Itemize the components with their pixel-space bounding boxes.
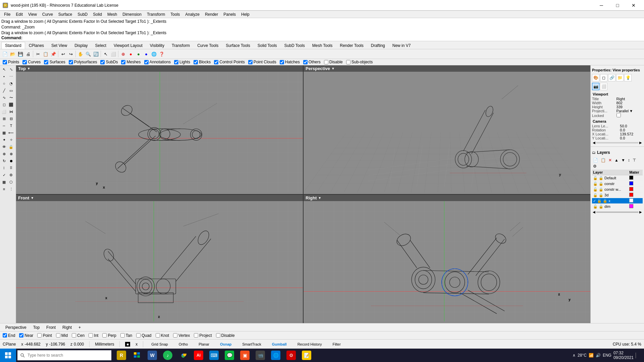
search-input[interactable] bbox=[28, 353, 95, 358]
menu-item-file[interactable]: File bbox=[1, 11, 13, 17]
smarttrack-btn[interactable]: SmartTrack bbox=[239, 342, 264, 347]
lt-arc[interactable]: ◔ bbox=[8, 80, 14, 87]
filter-check-meshes[interactable] bbox=[121, 60, 125, 64]
toolbar-tab-select[interactable]: Select bbox=[92, 42, 110, 49]
lt-analyze[interactable]: ⊟ bbox=[8, 115, 14, 122]
tb-pan[interactable]: ✋ bbox=[77, 50, 84, 58]
viewport-perspective[interactable]: Perspective ▼ bbox=[304, 65, 590, 194]
toolbar-tab-set-view[interactable]: Set View bbox=[48, 42, 71, 49]
osnap-perp-check[interactable] bbox=[102, 333, 107, 338]
lt-text[interactable]: T bbox=[8, 122, 14, 129]
vp-perspective-header[interactable]: Perspective ▼ bbox=[304, 65, 590, 72]
tb-color3[interactable]: ● bbox=[143, 50, 150, 58]
filter-sub-objects[interactable]: Sub-objects bbox=[346, 60, 373, 64]
tb-zoom[interactable]: 🔍 bbox=[85, 50, 92, 58]
locked-checkbox[interactable] bbox=[616, 113, 621, 117]
props-icon-light[interactable]: 💡 bbox=[624, 74, 632, 81]
tb-snap[interactable]: ⊕ bbox=[119, 50, 127, 58]
taskbar-app-app1[interactable]: ⚙ bbox=[284, 349, 299, 362]
taskbar-app-explorer[interactable] bbox=[129, 349, 144, 362]
tb-window[interactable]: ⬜ bbox=[110, 50, 117, 58]
filter-check-curves[interactable] bbox=[22, 60, 27, 64]
vp-tab-right[interactable]: Right bbox=[60, 324, 74, 330]
props-icon-display[interactable]: ◻ bbox=[600, 74, 607, 81]
osnap-project[interactable]: Project bbox=[194, 333, 212, 338]
osnap-knot[interactable]: Knot bbox=[156, 333, 169, 338]
osnap-perp[interactable]: Perp bbox=[102, 333, 116, 338]
taskbar-app-adobe[interactable]: Ai bbox=[191, 349, 206, 362]
tb-print[interactable]: 🖨 bbox=[24, 50, 32, 58]
layer-row-default[interactable]: 🔓 🔒 Default bbox=[592, 175, 643, 181]
layer-scroll-right[interactable]: ▶ bbox=[639, 210, 642, 214]
filter-points[interactable]: Points bbox=[3, 60, 19, 64]
maximize-button[interactable]: □ bbox=[610, 0, 625, 10]
tb-cut[interactable]: ✂ bbox=[34, 50, 42, 58]
filter-point clouds[interactable]: Point Clouds bbox=[248, 60, 276, 64]
lt-leader[interactable]: ⟵ bbox=[8, 129, 14, 136]
layer-down-btn[interactable]: ▼ bbox=[620, 158, 626, 163]
taskbar-app-wechat[interactable]: 💬 bbox=[222, 349, 237, 362]
props-icon-folder[interactable]: 📁 bbox=[616, 74, 624, 81]
tb-save[interactable]: 💾 bbox=[17, 50, 24, 58]
taskbar-search[interactable] bbox=[17, 350, 111, 360]
filter-check-subds[interactable] bbox=[100, 60, 105, 64]
menu-item-transform[interactable]: Transform bbox=[144, 11, 168, 17]
lt-snap2[interactable]: ✧ bbox=[8, 136, 14, 143]
tb-open[interactable]: 📂 bbox=[9, 50, 16, 58]
recordhistory-btn[interactable]: Record History bbox=[295, 342, 325, 347]
osnap-knot-check[interactable] bbox=[156, 333, 160, 338]
filter-check-polysurfaces[interactable] bbox=[69, 60, 73, 64]
menu-item-render[interactable]: Render bbox=[202, 11, 221, 17]
filter-check-sub-objects[interactable] bbox=[346, 60, 351, 64]
toolbar-tab-drafting[interactable]: Drafting bbox=[367, 42, 389, 49]
menu-item-solid[interactable]: Solid bbox=[90, 11, 105, 17]
toolbar-tab-curve-tools[interactable]: Curve Tools bbox=[194, 42, 222, 49]
lt-hatch[interactable]: ▦ bbox=[1, 129, 7, 136]
lt-record[interactable]: ⏺ bbox=[8, 158, 14, 164]
osnap-quad-check[interactable] bbox=[136, 333, 141, 338]
taskbar-app-rhinoceros[interactable]: R bbox=[114, 349, 129, 362]
menu-item-mesh[interactable]: Mesh bbox=[105, 11, 120, 17]
toolbar-tab-surface-tools[interactable]: Surface Tools bbox=[222, 42, 254, 49]
gumball-btn[interactable]: Gumball bbox=[269, 342, 289, 347]
osnap-end[interactable]: End bbox=[3, 333, 15, 338]
props-icon-camera[interactable]: 📷 bbox=[592, 83, 599, 90]
lt-mesh[interactable]: ⋈ bbox=[8, 108, 14, 115]
filter-check-hatches[interactable] bbox=[280, 60, 284, 64]
lt-snap1[interactable]: ✦ bbox=[1, 136, 7, 143]
gridsnap-btn[interactable]: Grid Snap bbox=[149, 342, 171, 347]
osnap-mid[interactable]: Mid bbox=[56, 333, 68, 338]
lt-blocks[interactable]: ⬡ bbox=[8, 179, 14, 185]
layer-lock-constr-w[interactable]: 🔒 bbox=[599, 187, 603, 191]
filter-check-disable[interactable] bbox=[324, 60, 328, 64]
taskbar-app-vscode[interactable]: ⌨ bbox=[207, 349, 221, 362]
lt-curve[interactable]: ∿ bbox=[1, 94, 7, 101]
tb-copy[interactable]: 📋 bbox=[42, 50, 49, 58]
toolbar-tab-render-tools[interactable]: Render Tools bbox=[336, 42, 367, 49]
lt-line[interactable]: ╱ bbox=[1, 87, 7, 94]
menu-item-dimension[interactable]: Dimension bbox=[120, 11, 144, 17]
layer-copy-btn[interactable]: 📋 bbox=[600, 158, 607, 163]
show-desktop-btn[interactable] bbox=[636, 353, 641, 358]
layer-settings-btn[interactable]: ⚙ bbox=[592, 164, 598, 169]
close-button[interactable]: ✕ bbox=[626, 0, 641, 10]
toolbar-tab-standard[interactable]: Standard bbox=[1, 42, 25, 49]
tray-chevron[interactable]: ∧ bbox=[573, 353, 576, 358]
layer-new-btn[interactable]: 📄 bbox=[592, 158, 599, 163]
tray-volume[interactable]: 🔊 bbox=[596, 353, 601, 358]
tb-rotate[interactable]: 🔄 bbox=[92, 50, 100, 58]
planar-btn[interactable]: Planar bbox=[196, 342, 212, 347]
filter-control points[interactable]: Control Points bbox=[214, 60, 245, 64]
osnap-int[interactable]: Int bbox=[89, 333, 98, 338]
layer-color-default[interactable] bbox=[628, 175, 643, 181]
lt-group[interactable]: ⊗ bbox=[8, 150, 14, 157]
viewport-front[interactable]: Front ▼ bbox=[16, 195, 303, 323]
filter-check-lights[interactable] bbox=[174, 60, 178, 64]
layer-row-x[interactable]: ✓ 🔓 🔒 x bbox=[592, 198, 643, 204]
osnap-point[interactable]: Point bbox=[37, 333, 52, 338]
menu-item-tools[interactable]: Tools bbox=[168, 11, 182, 17]
osnap-near-check[interactable] bbox=[19, 333, 23, 338]
filter-disable[interactable]: Disable bbox=[324, 60, 343, 64]
lt-surface[interactable]: ◻ bbox=[1, 101, 7, 108]
layer-vis-dim[interactable]: 🔓 bbox=[593, 204, 598, 208]
